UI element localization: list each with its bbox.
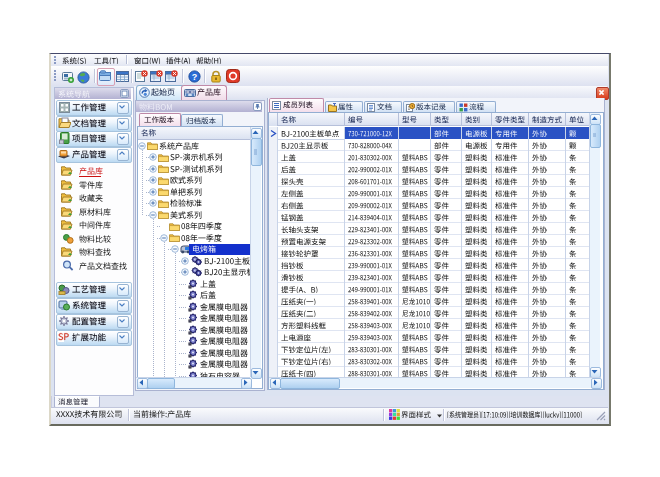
svg-text:?: ? <box>192 72 198 82</box>
